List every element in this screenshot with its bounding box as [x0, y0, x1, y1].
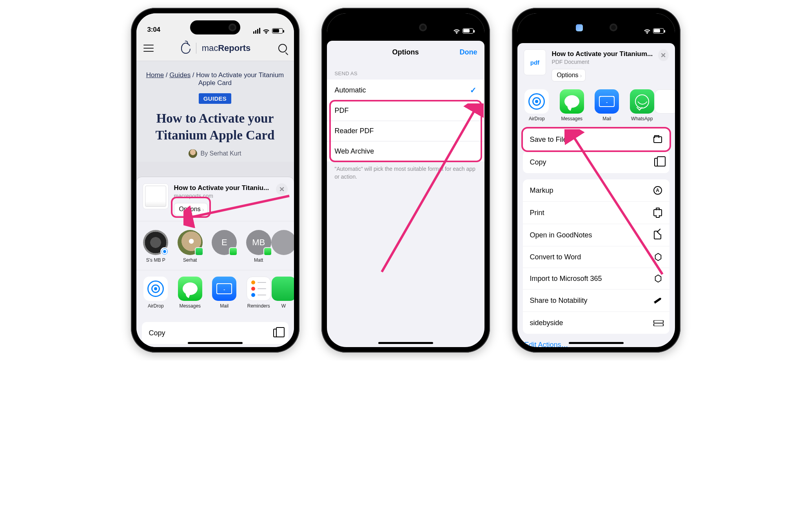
checkmark-icon: ✓ — [470, 85, 477, 95]
share-target-macbook[interactable]: S's MB P — [143, 230, 169, 263]
mail-icon — [216, 283, 232, 294]
edit-actions-link[interactable]: Edit Actions… — [517, 334, 675, 347]
action-copy[interactable]: Copy — [142, 322, 288, 344]
phone-1: 3:04 macReports Home / Guides / — [131, 8, 299, 353]
action-card: Copy — [142, 322, 288, 344]
share-sheet: How to Activate your Titaniu... macrepor… — [136, 177, 294, 347]
close-icon[interactable]: ✕ — [658, 49, 668, 61]
copy-icon — [272, 328, 281, 338]
app-whatsapp[interactable]: WhatsApp — [629, 89, 655, 121]
action-convert-word[interactable]: Convert to Word — [523, 246, 669, 268]
wifi-icon — [644, 28, 651, 34]
share-subtitle: PDF Document — [552, 59, 653, 65]
sheet-title: Options — [392, 48, 419, 56]
app-reminders[interactable]: Reminders — [245, 277, 272, 309]
reminders-icon — [251, 280, 266, 297]
options-button[interactable]: Options › — [174, 203, 208, 215]
row-reader-pdf[interactable]: Reader PDF — [327, 121, 484, 141]
row-pdf[interactable]: PDF — [327, 101, 484, 121]
share-target-e[interactable]: E — [211, 230, 238, 263]
share-subtitle: macreports.com — [174, 193, 270, 199]
done-button[interactable]: Done — [460, 48, 477, 56]
home-indicator[interactable] — [569, 342, 624, 344]
pdf-thumbnail: pdf — [524, 49, 546, 75]
hexagon-icon — [654, 274, 662, 283]
app-mail[interactable]: Mail — [211, 277, 238, 309]
share-target-matt[interactable]: MB Matt — [245, 230, 272, 263]
action-save-to-files[interactable]: Save to Files — [523, 128, 669, 150]
battery-icon — [653, 28, 664, 34]
row-automatic[interactable]: Automatic ✓ — [327, 80, 484, 101]
action-markup[interactable]: Markup — [523, 179, 669, 201]
chevron-right-icon: › — [580, 72, 582, 79]
phone-2: 3:04 Options Done SEND AS Automatic ✓ PD… — [321, 8, 490, 353]
whatsapp-icon — [635, 94, 649, 109]
pencil-icon — [653, 296, 662, 305]
battery-icon — [463, 28, 474, 34]
markup-icon — [653, 186, 662, 195]
close-icon[interactable]: ✕ — [276, 183, 288, 195]
action-copy[interactable]: Copy — [523, 151, 669, 173]
share-apps-row[interactable]: AirDrop Messages Mail WhatsApp — [517, 88, 675, 128]
app-messages[interactable]: Messages — [559, 89, 585, 121]
chevron-right-icon: › — [202, 206, 204, 213]
stack-icon — [653, 318, 662, 328]
section-label-send-as: SEND AS — [327, 63, 484, 80]
row-web-archive[interactable]: Web Archive — [327, 141, 484, 161]
print-icon — [653, 208, 662, 217]
action-ms365[interactable]: Import to Microsoft 365 — [523, 268, 669, 289]
app-more[interactable]: W — [280, 277, 288, 309]
note-icon — [653, 230, 662, 240]
format-list: Automatic ✓ PDF Reader PDF Web Archive — [327, 80, 484, 161]
home-indicator[interactable] — [378, 342, 433, 344]
dynamic-island — [190, 20, 240, 34]
phone-3: 3:15 pdf How to Activate your Titanium..… — [512, 8, 680, 353]
options-sheet: Options Done SEND AS Automatic ✓ PDF Rea… — [327, 41, 484, 347]
app-mail[interactable]: Mail — [594, 89, 620, 121]
airdrop-icon — [147, 280, 164, 297]
action-notability[interactable]: Share to Notability — [523, 289, 669, 311]
app-messages[interactable]: Messages — [177, 277, 203, 309]
copy-icon — [653, 157, 662, 167]
airdrop-icon — [528, 93, 545, 110]
options-button[interactable]: Options › — [552, 69, 585, 81]
footnote: "Automatic" will pick the most suitable … — [327, 161, 484, 185]
messages-icon — [564, 95, 579, 108]
app-airdrop[interactable]: AirDrop — [143, 277, 169, 309]
action-goodnotes[interactable]: Open in GoodNotes — [523, 224, 669, 246]
mail-icon — [599, 96, 615, 107]
home-indicator[interactable] — [188, 342, 243, 344]
folder-icon — [653, 135, 662, 144]
share-sheet: pdf How to Activate your Titanium... PDF… — [517, 43, 675, 347]
share-title: How to Activate your Titanium... — [552, 50, 653, 58]
dynamic-island[interactable] — [571, 20, 621, 34]
share-apps-row[interactable]: AirDrop Messages Mail Reminders W — [136, 270, 294, 316]
messages-icon — [183, 282, 198, 295]
share-thumbnail — [143, 183, 169, 209]
action-print[interactable]: Print — [523, 201, 669, 224]
app-airdrop[interactable]: AirDrop — [524, 89, 550, 121]
hexagon-icon — [654, 253, 662, 261]
wifi-icon — [453, 28, 460, 34]
action-sidebyside[interactable]: sidebyside — [523, 311, 669, 334]
share-target-serhat[interactable]: Serhat — [177, 230, 203, 263]
share-people-row[interactable]: S's MB P Serhat E MB Matt — [136, 221, 294, 270]
dynamic-island — [381, 20, 431, 34]
share-title: How to Activate your Titaniu... — [174, 184, 270, 192]
